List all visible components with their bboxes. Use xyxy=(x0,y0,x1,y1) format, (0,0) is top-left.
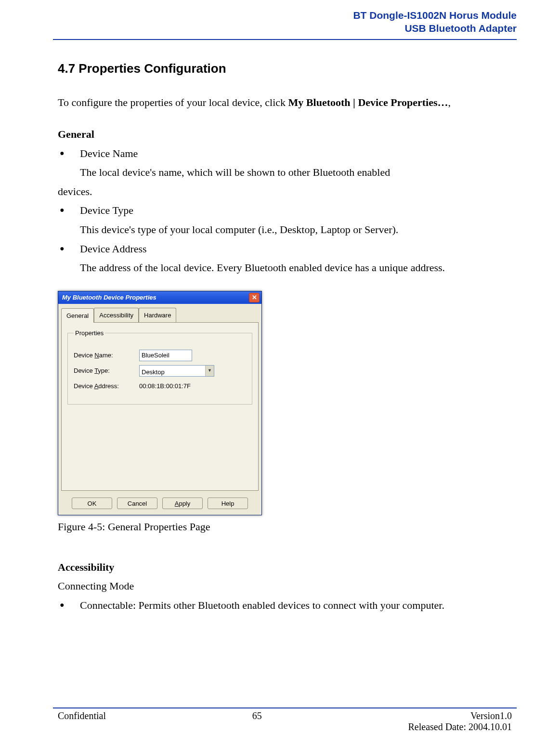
footer-version: Version1.0 xyxy=(408,710,512,721)
device-name-label: Device Name: xyxy=(74,350,131,361)
general-item-device-name-desc: The local device's name, which will be s… xyxy=(58,163,512,182)
footer-page-number: 65 xyxy=(252,710,262,733)
page-header: BT Dongle-IS1002N Horus Module USB Bluet… xyxy=(53,0,517,40)
tab-general[interactable]: General xyxy=(61,308,94,323)
device-address-row: Device Address: 00:08:1B:00:01:7F xyxy=(74,380,246,392)
properties-dialog: My Bluetooth Device Properties ✕ General… xyxy=(58,291,262,515)
general-item-device-type-label: Device Type xyxy=(80,204,133,216)
apply-button[interactable]: Apply xyxy=(162,498,203,509)
section-title: 4.7 Properties Configuration xyxy=(58,57,512,80)
dialog-titlebar[interactable]: My Bluetooth Device Properties ✕ xyxy=(58,291,261,304)
device-type-row: Device Type: Desktop ▼ xyxy=(74,365,246,377)
intro-text-pre: To configure the properties of your loca… xyxy=(58,96,288,108)
general-item-device-address-label: Device Address xyxy=(80,243,147,255)
dialog-tabpanel: Properties Device Name: Device Type: xyxy=(61,322,259,491)
device-address-label: Device Address: xyxy=(74,380,131,392)
accessibility-item-connectable: Connectable: Permits other Bluetooth ena… xyxy=(58,596,512,615)
ok-button[interactable]: OK xyxy=(72,498,112,509)
general-item-device-name: Device Name xyxy=(58,144,512,163)
device-name-field[interactable] xyxy=(139,350,192,361)
accessibility-subheading: Connecting Mode xyxy=(58,577,512,596)
header-line-1: BT Dongle-IS1002N Horus Module xyxy=(53,9,517,22)
device-name-row: Device Name: xyxy=(74,350,246,361)
cancel-button[interactable]: Cancel xyxy=(117,498,157,509)
tab-hardware[interactable]: Hardware xyxy=(139,308,176,322)
page-footer-wrap: Confidential 65 Version1.0 Released Date… xyxy=(53,708,517,747)
footer-right: Version1.0 Released Date: 2004.10.01 xyxy=(408,710,512,733)
general-item-device-address: Device Address xyxy=(58,239,512,259)
page-content: 4.7 Properties Configuration To configur… xyxy=(53,40,517,708)
tab-accessibility[interactable]: Accessibility xyxy=(94,308,139,322)
dialog-tabstrip: General Accessibility Hardware xyxy=(58,304,261,322)
dialog-title: My Bluetooth Device Properties xyxy=(62,292,156,303)
general-item-device-name-label: Device Name xyxy=(80,147,138,159)
intro-paragraph: To configure the properties of your loca… xyxy=(58,93,512,112)
device-address-value: 00:08:1B:00:01:7F xyxy=(139,380,191,392)
general-item-device-address-desc: The address of the local device. Every B… xyxy=(58,258,512,277)
general-heading: General xyxy=(58,125,512,144)
device-type-value: Desktop xyxy=(140,366,205,376)
general-item-device-type: Device Type xyxy=(58,201,512,220)
footer-left: Confidential xyxy=(58,710,106,733)
properties-legend: Properties xyxy=(74,328,105,339)
device-type-select[interactable]: Desktop ▼ xyxy=(139,365,214,377)
help-button[interactable]: Help xyxy=(208,498,248,509)
header-line-2: USB Bluetooth Adapter xyxy=(53,22,517,35)
device-type-label: Device Type: xyxy=(74,365,131,376)
close-icon[interactable]: ✕ xyxy=(249,293,260,302)
intro-menu-path: My Bluetooth | Device Properties… xyxy=(288,96,448,108)
properties-fieldset: Properties Device Name: Device Type: xyxy=(67,328,252,405)
figure-dialog: My Bluetooth Device Properties ✕ General… xyxy=(58,291,512,515)
general-item-device-type-desc: This device's type of your local compute… xyxy=(58,220,512,239)
intro-text-post: , xyxy=(448,96,451,108)
accessibility-item-connectable-text: Connectable: Permits other Bluetooth ena… xyxy=(80,599,444,611)
dialog-button-bar: OK Cancel Apply Help xyxy=(58,494,261,515)
figure-caption: Figure 4-5: General Properties Page xyxy=(58,517,512,537)
accessibility-heading: Accessibility xyxy=(58,558,512,577)
footer-release-date: Released Date: 2004.10.01 xyxy=(408,721,512,733)
general-item-device-name-desc-tail: devices. xyxy=(58,182,512,201)
page-footer: Confidential 65 Version1.0 Released Date… xyxy=(53,708,517,747)
chevron-down-icon[interactable]: ▼ xyxy=(205,366,214,376)
